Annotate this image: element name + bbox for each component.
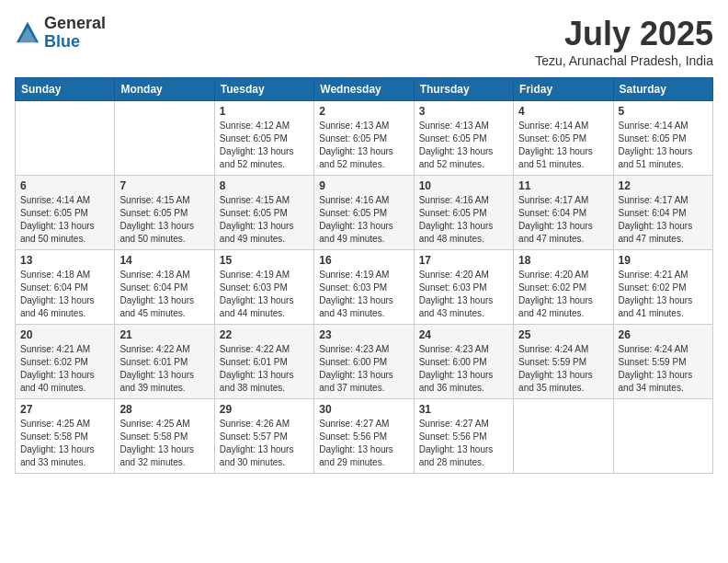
day-number: 9 <box>319 179 408 192</box>
cell-info: Sunrise: 4:19 AMSunset: 6:03 PMDaylight:… <box>220 269 309 320</box>
calendar-cell: 28 Sunrise: 4:25 AMSunset: 5:58 PMDaylig… <box>115 399 214 474</box>
calendar-cell <box>613 399 712 474</box>
calendar-cell: 2 Sunrise: 4:13 AMSunset: 6:05 PMDayligh… <box>314 101 414 176</box>
calendar-cell <box>115 101 214 176</box>
calendar-cell: 16 Sunrise: 4:19 AMSunset: 6:03 PMDaylig… <box>314 250 414 325</box>
cell-info: Sunrise: 4:21 AMSunset: 6:02 PMDaylight:… <box>20 343 109 395</box>
day-number: 8 <box>220 179 309 192</box>
calendar-cell: 19 Sunrise: 4:21 AMSunset: 6:02 PMDaylig… <box>613 250 712 325</box>
cell-info: Sunrise: 4:22 AMSunset: 6:01 PMDaylight:… <box>119 343 209 395</box>
weekday-header: Thursday <box>414 78 513 101</box>
calendar-table: SundayMondayTuesdayWednesdayThursdayFrid… <box>15 77 713 474</box>
logo-icon <box>15 20 40 46</box>
day-number: 22 <box>220 328 309 341</box>
cell-info: Sunrise: 4:13 AMSunset: 6:05 PMDaylight:… <box>319 120 408 171</box>
calendar-cell: 13 Sunrise: 4:18 AMSunset: 6:04 PMDaylig… <box>16 250 115 325</box>
calendar-cell: 22 Sunrise: 4:22 AMSunset: 6:01 PMDaylig… <box>214 325 313 399</box>
cell-info: Sunrise: 4:27 AMSunset: 5:56 PMDaylight:… <box>319 418 408 469</box>
cell-info: Sunrise: 4:21 AMSunset: 6:02 PMDaylight:… <box>619 269 708 320</box>
cell-info: Sunrise: 4:19 AMSunset: 6:03 PMDaylight:… <box>319 269 408 320</box>
day-number: 1 <box>220 105 309 118</box>
calendar-cell: 4 Sunrise: 4:14 AMSunset: 6:05 PMDayligh… <box>514 101 613 176</box>
weekday-header: Sunday <box>16 78 115 101</box>
calendar-cell: 21 Sunrise: 4:22 AMSunset: 6:01 PMDaylig… <box>115 325 214 399</box>
day-number: 14 <box>119 254 209 267</box>
day-number: 23 <box>319 328 408 341</box>
cell-info: Sunrise: 4:20 AMSunset: 6:02 PMDaylight:… <box>518 269 608 320</box>
calendar-cell: 1 Sunrise: 4:12 AMSunset: 6:05 PMDayligh… <box>214 101 313 176</box>
calendar-cell: 20 Sunrise: 4:21 AMSunset: 6:02 PMDaylig… <box>16 325 115 399</box>
day-number: 24 <box>419 328 508 341</box>
day-number: 28 <box>119 403 209 416</box>
calendar-cell: 9 Sunrise: 4:16 AMSunset: 6:05 PMDayligh… <box>314 176 414 250</box>
day-number: 11 <box>518 179 608 192</box>
calendar-cell: 30 Sunrise: 4:27 AMSunset: 5:56 PMDaylig… <box>314 399 414 474</box>
logo-blue-text: Blue <box>44 33 106 52</box>
calendar-cell: 5 Sunrise: 4:14 AMSunset: 6:05 PMDayligh… <box>613 101 712 176</box>
cell-info: Sunrise: 4:15 AMSunset: 6:05 PMDaylight:… <box>119 194 209 246</box>
cell-info: Sunrise: 4:14 AMSunset: 6:05 PMDaylight:… <box>20 194 109 246</box>
day-number: 4 <box>518 105 608 118</box>
day-number: 5 <box>619 105 708 118</box>
cell-info: Sunrise: 4:24 AMSunset: 5:59 PMDaylight:… <box>619 343 708 395</box>
cell-info: Sunrise: 4:14 AMSunset: 6:05 PMDaylight:… <box>619 120 708 171</box>
title-block: July 2025 Tezu, Arunachal Pradesh, India <box>535 15 713 68</box>
weekday-header: Monday <box>115 78 214 101</box>
cell-info: Sunrise: 4:14 AMSunset: 6:05 PMDaylight:… <box>518 120 608 171</box>
calendar-week-row: 20 Sunrise: 4:21 AMSunset: 6:02 PMDaylig… <box>16 325 713 399</box>
calendar-cell: 11 Sunrise: 4:17 AMSunset: 6:04 PMDaylig… <box>514 176 613 250</box>
month-title: July 2025 <box>535 15 713 53</box>
weekday-header: Saturday <box>613 78 712 101</box>
day-number: 6 <box>20 179 109 192</box>
calendar-week-row: 1 Sunrise: 4:12 AMSunset: 6:05 PMDayligh… <box>16 101 713 176</box>
cell-info: Sunrise: 4:23 AMSunset: 6:00 PMDaylight:… <box>419 343 508 395</box>
cell-info: Sunrise: 4:16 AMSunset: 6:05 PMDaylight:… <box>319 194 408 246</box>
cell-info: Sunrise: 4:18 AMSunset: 6:04 PMDaylight:… <box>20 269 109 320</box>
calendar-cell: 31 Sunrise: 4:27 AMSunset: 5:56 PMDaylig… <box>414 399 513 474</box>
cell-info: Sunrise: 4:23 AMSunset: 6:00 PMDaylight:… <box>319 343 408 395</box>
day-number: 30 <box>319 403 408 416</box>
day-number: 20 <box>20 328 109 341</box>
calendar-cell: 15 Sunrise: 4:19 AMSunset: 6:03 PMDaylig… <box>214 250 313 325</box>
calendar-cell: 26 Sunrise: 4:24 AMSunset: 5:59 PMDaylig… <box>613 325 712 399</box>
calendar-cell: 18 Sunrise: 4:20 AMSunset: 6:02 PMDaylig… <box>514 250 613 325</box>
calendar-cell: 29 Sunrise: 4:26 AMSunset: 5:57 PMDaylig… <box>214 399 313 474</box>
logo-general-text: General <box>44 15 106 33</box>
cell-info: Sunrise: 4:12 AMSunset: 6:05 PMDaylight:… <box>220 120 309 171</box>
day-number: 21 <box>119 328 209 341</box>
calendar-cell: 27 Sunrise: 4:25 AMSunset: 5:58 PMDaylig… <box>16 399 115 474</box>
day-number: 18 <box>518 254 608 267</box>
day-number: 16 <box>319 254 408 267</box>
weekday-header: Tuesday <box>214 78 313 101</box>
day-number: 29 <box>220 403 309 416</box>
day-number: 17 <box>419 254 508 267</box>
day-number: 3 <box>419 105 508 118</box>
page-header: General Blue July 2025 Tezu, Arunachal P… <box>15 15 713 68</box>
day-number: 19 <box>619 254 708 267</box>
day-number: 10 <box>419 179 508 192</box>
weekday-header: Wednesday <box>314 78 414 101</box>
day-number: 13 <box>20 254 109 267</box>
cell-info: Sunrise: 4:17 AMSunset: 6:04 PMDaylight:… <box>619 194 708 246</box>
calendar-cell <box>16 101 115 176</box>
cell-info: Sunrise: 4:17 AMSunset: 6:04 PMDaylight:… <box>518 194 608 246</box>
day-number: 7 <box>119 179 209 192</box>
calendar-cell: 25 Sunrise: 4:24 AMSunset: 5:59 PMDaylig… <box>514 325 613 399</box>
day-number: 27 <box>20 403 109 416</box>
calendar-cell: 14 Sunrise: 4:18 AMSunset: 6:04 PMDaylig… <box>115 250 214 325</box>
logo: General Blue <box>15 15 106 52</box>
cell-info: Sunrise: 4:27 AMSunset: 5:56 PMDaylight:… <box>419 418 508 469</box>
cell-info: Sunrise: 4:18 AMSunset: 6:04 PMDaylight:… <box>119 269 209 320</box>
calendar-cell: 10 Sunrise: 4:16 AMSunset: 6:05 PMDaylig… <box>414 176 513 250</box>
calendar-cell: 7 Sunrise: 4:15 AMSunset: 6:05 PMDayligh… <box>115 176 214 250</box>
calendar-header-row: SundayMondayTuesdayWednesdayThursdayFrid… <box>16 78 713 101</box>
cell-info: Sunrise: 4:26 AMSunset: 5:57 PMDaylight:… <box>220 418 309 469</box>
calendar-cell: 24 Sunrise: 4:23 AMSunset: 6:00 PMDaylig… <box>414 325 513 399</box>
day-number: 2 <box>319 105 408 118</box>
cell-info: Sunrise: 4:25 AMSunset: 5:58 PMDaylight:… <box>119 418 209 469</box>
day-number: 15 <box>220 254 309 267</box>
calendar-week-row: 27 Sunrise: 4:25 AMSunset: 5:58 PMDaylig… <box>16 399 713 474</box>
day-number: 25 <box>518 328 608 341</box>
calendar-week-row: 13 Sunrise: 4:18 AMSunset: 6:04 PMDaylig… <box>16 250 713 325</box>
calendar-cell: 17 Sunrise: 4:20 AMSunset: 6:03 PMDaylig… <box>414 250 513 325</box>
